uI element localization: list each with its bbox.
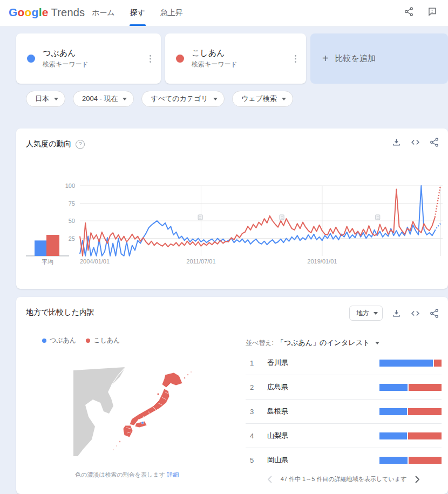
red-bar-segment	[408, 432, 442, 439]
plus-icon: +	[322, 52, 329, 65]
red-bar-segment	[434, 360, 442, 367]
prefecture-name: 山梨県	[267, 431, 288, 441]
svg-text:100: 100	[65, 182, 75, 189]
section-title: 地方で比較した内訳	[26, 308, 94, 317]
svg-text:2004/01/01: 2004/01/01	[80, 258, 110, 265]
map-caption: 色の濃淡は検索の割合を表します 詳細	[16, 471, 237, 479]
chevron-left-icon[interactable]	[267, 476, 272, 483]
rank-number: 2	[246, 383, 262, 391]
interest-split-bar	[379, 432, 442, 439]
compared-breakdown-by-region-card: 地方で比較した内訳 地方 つぶあん こしあん 並べ替え: 「つぶあん」のインタレ…	[16, 297, 448, 494]
interest-split-bar	[379, 360, 442, 367]
filter-bar: 日本 2004 - 現在 すべてのカテゴリ ウェブ検索	[26, 91, 293, 107]
red-bar-segment	[408, 408, 442, 415]
embed-icon[interactable]	[410, 308, 420, 319]
legend-item-tsubuan: つぶあん	[42, 336, 76, 345]
share-icon[interactable]	[429, 137, 439, 147]
average-bar-koshian[interactable]	[46, 235, 59, 256]
logo-trends-text: Trends	[51, 6, 85, 18]
share-icon[interactable]	[429, 308, 439, 319]
embed-icon[interactable]	[410, 137, 420, 147]
japan-choropleth-map[interactable]	[73, 367, 203, 458]
map-caption-detail-link[interactable]: 詳細	[167, 471, 179, 478]
pagination-status: 47 件中 1～5 件目の詳細地域を表示しています	[281, 475, 406, 483]
svg-text:25: 25	[69, 235, 75, 242]
svg-text:2011/07/01: 2011/07/01	[186, 258, 215, 265]
chevron-right-icon[interactable]	[415, 476, 420, 483]
prefecture-name: 広島県	[267, 382, 288, 392]
rank-number: 4	[246, 432, 262, 440]
add-comparison-button[interactable]: + 比較を追加	[310, 33, 448, 84]
interest-over-time-card: 人気度の動向 ? 2550751002004/01/012011/07/0120…	[16, 128, 448, 289]
blue-bar-segment	[379, 360, 433, 367]
filter-search-type[interactable]: ウェブ検索	[232, 91, 293, 107]
sort-value: 「つぶあん」のインタレスト	[277, 338, 370, 348]
filter-time-range[interactable]: 2004 - 現在	[73, 91, 134, 107]
timeline-note-icon[interactable]	[376, 215, 380, 220]
blue-bar-segment	[379, 384, 408, 391]
nav-item-home[interactable]: ホーム	[92, 0, 115, 26]
filter-category[interactable]: すべてのカテゴリ	[141, 91, 224, 107]
kebab-menu-icon[interactable]	[290, 53, 301, 64]
red-bar-segment	[409, 457, 442, 464]
main-nav: ホーム 探す 急上昇	[92, 0, 183, 26]
chevron-down-icon	[54, 98, 58, 100]
legend-dot	[42, 339, 46, 343]
nav-item-explore[interactable]: 探す	[130, 0, 145, 26]
term-color-dot	[176, 55, 184, 63]
blue-bar-segment	[379, 408, 407, 415]
term-card-koshian[interactable]: こしあん 検索キーワード	[165, 33, 306, 84]
timeline-note-icon[interactable]	[198, 215, 202, 220]
add-comparison-label: 比較を追加	[335, 53, 376, 64]
chevron-down-icon	[375, 342, 379, 344]
app-header: GoogleTrends ホーム 探す 急上昇	[0, 0, 448, 26]
share-icon[interactable]	[404, 6, 414, 17]
red-bar-segment	[409, 384, 442, 391]
region-row-岡山県[interactable]: 5岡山県	[246, 448, 442, 472]
rank-number: 3	[246, 408, 262, 416]
series-line-dotted-こしあん	[435, 186, 440, 218]
term-label: つぶあん	[43, 48, 89, 58]
timeline-note-icon[interactable]	[280, 215, 284, 220]
google-trends-logo[interactable]: GoogleTrends	[9, 6, 85, 19]
term-label: こしあん	[192, 48, 237, 58]
filter-country[interactable]: 日本	[26, 91, 65, 107]
region-row-島根県[interactable]: 3島根県	[246, 400, 442, 424]
svg-text:50: 50	[69, 218, 75, 224]
svg-text:75: 75	[69, 200, 75, 207]
sado-island	[157, 393, 159, 395]
interest-over-time-chart[interactable]: 2550751002004/01/012011/07/012019/01/01平…	[16, 177, 448, 285]
svg-text:平均: 平均	[42, 259, 53, 265]
legend-dot	[86, 339, 90, 343]
region-ranking-list: 1香川県2広島県3島根県4山梨県5岡山県	[246, 351, 442, 472]
term-type-label: 検索キーワード	[43, 60, 89, 69]
chevron-down-icon	[282, 98, 286, 100]
compare-terms-row: つぶあん 検索キーワード こしあん 検索キーワード + 比較を追加	[16, 33, 448, 84]
region-row-山梨県[interactable]: 4山梨県	[246, 424, 442, 448]
prefecture-name: 島根県	[267, 407, 288, 416]
region-row-香川県[interactable]: 1香川県	[246, 351, 442, 375]
google-logo-letters: Google	[9, 6, 49, 18]
average-bar-tsubuan[interactable]	[35, 240, 46, 256]
download-icon[interactable]	[391, 137, 402, 147]
kebab-menu-icon[interactable]	[145, 53, 155, 64]
help-icon[interactable]: ?	[76, 140, 85, 149]
blue-bar-segment	[379, 457, 408, 464]
interest-split-bar	[379, 384, 442, 391]
chart-legend: つぶあん こしあん	[42, 336, 120, 345]
sort-dropdown[interactable]: 並べ替え: 「つぶあん」のインタレスト	[246, 338, 379, 348]
prefecture-name: 岡山県	[267, 455, 288, 465]
prefecture-name: 香川県	[267, 358, 288, 368]
kagawa-blue-dot	[141, 422, 144, 424]
svg-text:2019/01/01: 2019/01/01	[307, 258, 337, 265]
rank-number: 5	[246, 456, 262, 464]
term-color-dot	[27, 55, 35, 63]
chevron-down-icon	[213, 98, 218, 100]
term-card-tsubuan[interactable]: つぶあん 検索キーワード	[16, 33, 161, 84]
feedback-icon[interactable]	[427, 6, 437, 17]
sort-label: 並べ替え:	[246, 339, 274, 348]
download-icon[interactable]	[391, 308, 402, 319]
region-row-広島県[interactable]: 2広島県	[246, 375, 442, 400]
region-level-select[interactable]: 地方	[349, 306, 383, 321]
nav-item-trending[interactable]: 急上昇	[160, 0, 183, 26]
